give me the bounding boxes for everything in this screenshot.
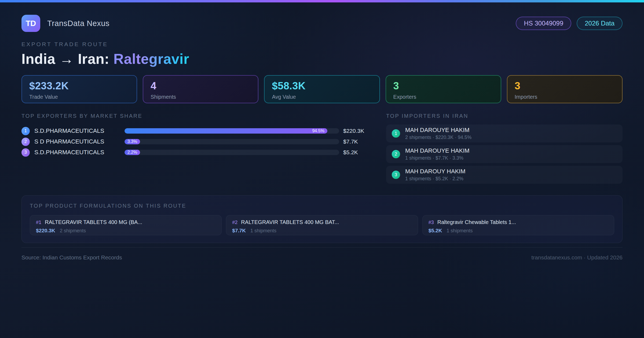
importer-meta: 1 shipments · $5.2K · 2.2% <box>405 176 466 182</box>
market-share-bar-track: 2.2% <box>125 150 339 155</box>
stat-card-trade-value: $233.2K Trade Value <box>21 75 137 103</box>
market-share-percent: 3.3% <box>127 139 137 144</box>
exporter-name: S D PHARMACEUTICALS <box>34 138 125 145</box>
year-data-badge[interactable]: 2026 Data <box>577 17 623 30</box>
exporter-name: S.D.PHARMACEUTICALS <box>34 127 125 134</box>
products-section-title: TOP PRODUCT FORMULATIONS ON THIS ROUTE <box>30 203 614 209</box>
top-importers-section: TOP IMPORTERS IN IRAN 1 MAH DAROUYE HAKI… <box>386 113 623 186</box>
stat-value: 3 <box>515 80 615 92</box>
hs-code-badge[interactable]: HS 30049099 <box>516 17 571 30</box>
market-share-percent: 94.5% <box>312 128 324 133</box>
market-share-bar-fill: 94.5% <box>125 128 327 134</box>
stat-card-exporters: 3 Exporters <box>386 75 501 103</box>
route-title-prefix: India → Iran: <box>21 51 114 67</box>
product-rank: #2 <box>232 220 237 225</box>
product-value: $220.3K <box>36 228 55 234</box>
stat-value: 3 <box>393 80 493 92</box>
product-rank: #3 <box>429 220 434 225</box>
rank-badge: 2 <box>21 138 30 146</box>
stat-label: Exporters <box>393 94 493 100</box>
rank-badge: 1 <box>392 129 400 138</box>
app-header: TD TransData Nexus HS 30049099 2026 Data <box>21 2 623 32</box>
product-card[interactable]: #3 Raltegravir Chewable Tablets 1... $5.… <box>422 215 614 235</box>
page-footer: Source: Indian Customs Export Records tr… <box>21 247 623 261</box>
importers-section-title: TOP IMPORTERS IN IRAN <box>386 113 623 119</box>
brand-logo: TD <box>21 15 40 32</box>
page-title: India → Iran: Raltegravir <box>21 51 623 67</box>
product-card-row: #1 RALTEGRAVIR TABLETS 400 MG (BA... $22… <box>30 215 614 235</box>
stat-card-shipments: 4 Shipments <box>143 75 258 103</box>
product-card[interactable]: #2 RALTEGRAVIR TABLETS 400 MG BAT... $7.… <box>226 215 418 235</box>
stat-label: Importers <box>515 94 615 100</box>
rank-badge: 3 <box>392 171 400 179</box>
stat-value: 4 <box>151 80 251 92</box>
exporter-list: 1 S.D.PHARMACEUTICALS 94.5% $220.3K 2 S … <box>21 126 377 158</box>
importer-meta: 1 shipments · $7.7K · 3.3% <box>405 155 470 161</box>
importer-name: MAH DAROUY HAKIM <box>405 168 466 175</box>
product-card[interactable]: #1 RALTEGRAVIR TABLETS 400 MG (BA... $22… <box>30 215 222 235</box>
exporter-name: S.D.PHARMACEUTICALS <box>34 149 125 156</box>
importer-name: MAH DAROUYE HAKIM <box>405 127 471 134</box>
top-exporters-section: TOP EXPORTERS BY MARKET SHARE 1 S.D.PHAR… <box>21 113 377 186</box>
stat-card-avg-value: $58.3K Avg Value <box>264 75 380 103</box>
rank-badge: 2 <box>392 150 400 158</box>
product-name: RALTEGRAVIR TABLETS 400 MG (BA... <box>45 219 142 225</box>
product-shipments: 2 shipments <box>60 228 86 234</box>
product-value: $7.7K <box>232 228 246 234</box>
rank-badge: 3 <box>21 148 30 157</box>
product-name: Raltegravir Chewable Tablets 1... <box>437 219 516 225</box>
exporter-value: $220.3K <box>339 128 377 134</box>
dashboard-page: TD TransData Nexus HS 30049099 2026 Data… <box>0 2 644 261</box>
product-name: RALTEGRAVIR TABLETS 400 MG BAT... <box>241 219 339 225</box>
brand-name: TransData Nexus <box>47 19 109 28</box>
rank-badge: 1 <box>21 127 30 135</box>
exporter-value: $7.7K <box>339 138 377 145</box>
stat-label: Shipments <box>151 94 251 100</box>
exporter-row[interactable]: 2 S D PHARMACEUTICALS 3.3% $7.7K <box>21 136 377 147</box>
page-eyebrow: EXPORT TRADE ROUTE <box>21 41 623 47</box>
header-badges: HS 30049099 2026 Data <box>516 17 623 30</box>
stat-card-importers: 3 Importers <box>507 75 623 103</box>
stat-label: Avg Value <box>272 94 372 100</box>
importer-card[interactable]: 3 MAH DAROUY HAKIM 1 shipments · $5.2K ·… <box>386 166 623 184</box>
exporter-value: $5.2K <box>339 149 377 156</box>
market-share-bar-track: 94.5% <box>125 128 339 134</box>
product-shipments: 1 shipments <box>447 228 473 234</box>
data-source-note: Source: Indian Customs Export Records <box>21 254 122 261</box>
site-credit: transdatanexus.com · Updated 2026 <box>531 254 623 261</box>
product-shipments: 1 shipments <box>250 228 276 234</box>
top-products-panel: TOP PRODUCT FORMULATIONS ON THIS ROUTE #… <box>21 195 623 243</box>
market-share-percent: 2.2% <box>127 150 137 155</box>
importer-meta: 2 shipments · $220.3K · 94.5% <box>405 135 471 140</box>
market-share-bar-fill: 2.2% <box>125 150 140 155</box>
brand[interactable]: TD TransData Nexus <box>21 15 109 32</box>
stat-value: $58.3K <box>272 80 372 92</box>
market-share-bar-fill: 3.3% <box>125 139 140 144</box>
product-value: $5.2K <box>429 228 442 234</box>
exporter-row[interactable]: 1 S.D.PHARMACEUTICALS 94.5% $220.3K <box>21 126 377 136</box>
importer-card[interactable]: 2 MAH DAROUYE HAKIM 1 shipments · $7.7K … <box>386 145 623 163</box>
importer-card[interactable]: 1 MAH DAROUYE HAKIM 2 shipments · $220.3… <box>386 124 623 142</box>
product-name-highlight: Raltegravir <box>114 51 189 67</box>
exporters-section-title: TOP EXPORTERS BY MARKET SHARE <box>21 113 377 119</box>
stat-card-row: $233.2K Trade Value 4 Shipments $58.3K A… <box>21 75 623 103</box>
stat-label: Trade Value <box>29 94 129 100</box>
accent-gradient-bar <box>0 0 644 2</box>
importer-list: 1 MAH DAROUYE HAKIM 2 shipments · $220.3… <box>386 124 623 184</box>
exporter-row[interactable]: 3 S.D.PHARMACEUTICALS 2.2% $5.2K <box>21 147 377 158</box>
product-rank: #1 <box>36 220 41 225</box>
brand-logo-text: TD <box>26 19 36 28</box>
importer-name: MAH DAROUYE HAKIM <box>405 147 470 154</box>
stat-value: $233.2K <box>29 80 129 92</box>
market-share-bar-track: 3.3% <box>125 139 339 144</box>
